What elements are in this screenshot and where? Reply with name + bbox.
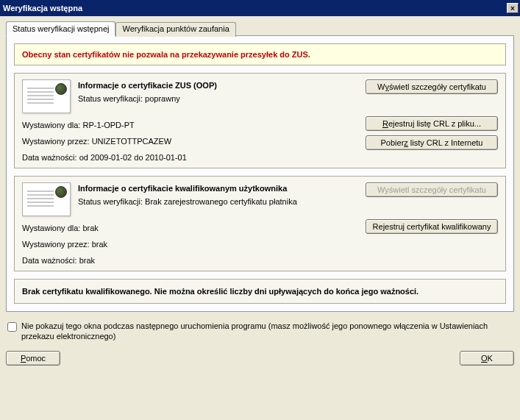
cert1-issued-by: Wystawiony przez: UNIZETOTTPCAZEW	[22, 137, 358, 146]
close-button[interactable]: ×	[507, 3, 519, 13]
cert2-details-button: Wyświetl szczegóły certyfikatu	[366, 182, 498, 197]
cert1-details-button[interactable]: Wyświetl szczegóły certyfikatu	[366, 79, 498, 94]
tab-trust-points-label: Weryfikacja punktów zaufania	[122, 24, 229, 33]
help-button[interactable]: Pomoc	[6, 351, 60, 366]
cert1-crl-internet-button[interactable]: Pobierz listy CRL z Internetu	[366, 135, 498, 150]
cert2-issued-by: Wystawiony przez: brak	[22, 240, 358, 249]
footer: Nie pokazuj tego okna podczas następnego…	[6, 319, 514, 366]
status-message: Obecny stan certyfikatów nie pozwala na …	[14, 43, 506, 65]
seal-icon	[55, 186, 67, 198]
cert-card-zus: Informacje o certyfikacie ZUS (OOP) Stat…	[14, 73, 506, 168]
cert2-title: Informacje o certyfikacie kwalifikowanym…	[78, 184, 358, 193]
tab-strip: Status weryfikacji wstępnej Weryfikacja …	[6, 21, 514, 35]
dont-show-row: Nie pokazuj tego okna podczas następnego…	[6, 319, 514, 344]
tab-panel: Obecny stan certyfikatów nie pozwala na …	[6, 35, 514, 312]
cert2-status: Status weryfikacji: Brak zarejestrowaneg…	[78, 197, 358, 206]
dont-show-checkbox[interactable]	[7, 322, 17, 332]
ok-button[interactable]: OK	[460, 351, 514, 366]
cert1-validity: Data ważności: od 2009-01-02 do 2010-01-…	[22, 153, 358, 162]
close-icon: ×	[510, 4, 515, 13]
tab-trust-points[interactable]: Weryfikacja punktów zaufania	[115, 22, 235, 37]
certificate-icon	[22, 182, 71, 216]
title-bar: Weryfikacja wstępna ×	[0, 0, 520, 16]
cert2-issued-to: Wystawiony dla: brak	[22, 224, 358, 232]
tab-status[interactable]: Status weryfikacji wstępnej	[6, 21, 115, 36]
window-title: Weryfikacja wstępna	[3, 4, 507, 13]
seal-icon	[55, 83, 67, 95]
bottom-info: Brak certyfikatu kwalifikowanego. Nie mo…	[14, 279, 506, 304]
cert1-issued-to: Wystawiony dla: RP-1-OPD-PT	[22, 121, 358, 129]
tab-status-label: Status weryfikacji wstępnej	[13, 24, 109, 33]
dialog-body: Status weryfikacji wstępnej Weryfikacja …	[0, 16, 520, 420]
cert1-status: Status weryfikacji: poprawny	[78, 94, 358, 103]
cert1-title: Informacje o certyfikacie ZUS (OOP)	[78, 81, 358, 90]
certificate-icon	[22, 79, 71, 113]
cert-card-qualified: Informacje o certyfikacie kwalifikowanym…	[14, 176, 506, 271]
cert1-crl-file-button[interactable]: Rejestruj listę CRL z pliku...	[366, 116, 498, 131]
cert2-validity: Data ważności: brak	[22, 256, 358, 265]
dont-show-label[interactable]: Nie pokazuj tego okna podczas następnego…	[21, 321, 513, 342]
cert2-register-button[interactable]: Rejestruj certyfikat kwalifikowany	[366, 219, 498, 234]
